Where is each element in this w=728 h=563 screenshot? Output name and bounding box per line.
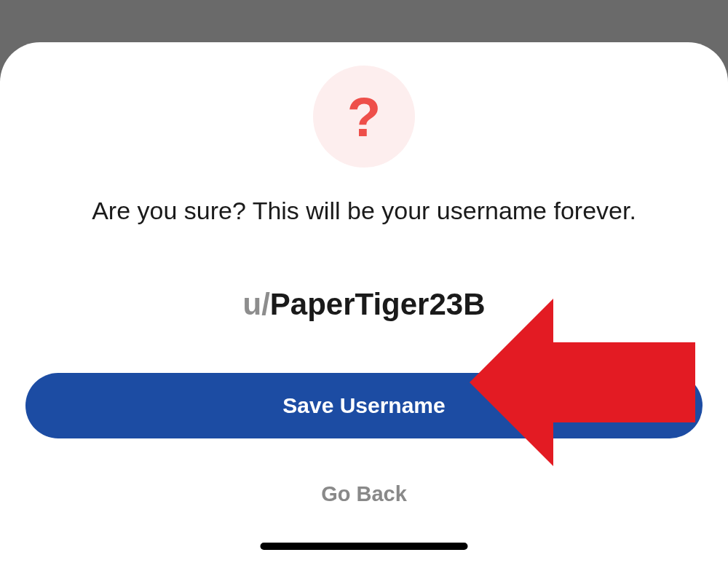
home-indicator [261,543,468,550]
question-mark-icon: ? [347,85,381,149]
username-prefix: u/ [242,287,269,321]
confirmation-modal: ? Are you sure? This will be your userna… [0,42,728,563]
icon-circle: ? [313,66,415,168]
save-username-button[interactable]: Save Username [25,373,703,438]
username-display: u/PaperTiger23B [242,287,485,322]
confirmation-message: Are you sure? This will be your username… [92,197,636,225]
username-value: PaperTiger23B [270,287,486,321]
go-back-button[interactable]: Go Back [321,482,407,506]
